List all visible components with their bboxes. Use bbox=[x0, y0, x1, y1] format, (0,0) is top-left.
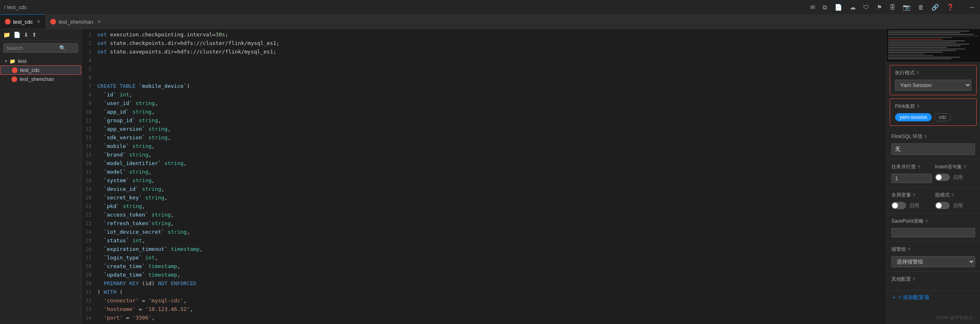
other-config-info-icon[interactable]: ? bbox=[913, 277, 915, 282]
alert-group-select[interactable]: 选择报警组 bbox=[891, 256, 975, 267]
task-parallelism-info-icon[interactable]: ? bbox=[917, 165, 920, 170]
code-line-33: 33 'hostname' = '10.123.46.52', bbox=[82, 305, 886, 314]
batch-mode-col: 批模式 ? 启用 bbox=[935, 192, 976, 209]
batch-mode-info-icon[interactable]: ? bbox=[951, 193, 954, 198]
code-line-24: 24 `iot_device_secret` string, bbox=[82, 228, 886, 237]
flag-icon[interactable]: ⚑ bbox=[875, 3, 884, 12]
savepoint-section: SavePoint策略 ? bbox=[886, 214, 980, 242]
code-line-26: 26 `expiration_timeout` timestamp, bbox=[82, 245, 886, 254]
file-label-test-shenchan: test_shenchan bbox=[20, 76, 54, 82]
file-text-icon[interactable]: 📄 bbox=[833, 3, 844, 12]
code-line-30: 30 PRIMARY KEY (id) NOT ENFORCED bbox=[82, 279, 886, 288]
execution-mode-section: 执行模式 ? Yarn Session bbox=[890, 65, 977, 95]
code-line-3: 3 set state.savepoints.dir=hdfs://cluste… bbox=[82, 48, 886, 56]
code-line-13: 13 `sdk_version` string, bbox=[82, 134, 886, 142]
code-line-23: 23 `refresh_token`string, bbox=[82, 219, 886, 228]
tree-file-test-cdc[interactable]: test_cdc bbox=[0, 65, 81, 75]
tab-label-test-cdc: test_cdc bbox=[13, 19, 33, 25]
breadcrumb-area: / test_cdc bbox=[4, 4, 27, 10]
other-config-section: 其他配置 ? bbox=[886, 272, 980, 290]
savepoint-label: SavePoint策略 bbox=[891, 218, 924, 225]
code-line-22: 22 `access_token` string, bbox=[82, 211, 886, 219]
task-parallelism-input[interactable] bbox=[891, 174, 932, 183]
cluster-tag-yarn-session[interactable]: yarn-session bbox=[895, 113, 932, 121]
code-line-21: 21 `pkd` string, bbox=[82, 202, 886, 211]
parallelism-section: 任务并行度 ? Insert语句集 ? 启用 bbox=[886, 159, 980, 188]
insert-sentence-toggle[interactable] bbox=[935, 174, 950, 181]
code-line-28: 28 `create_time` timestamp, bbox=[82, 262, 886, 271]
flinksql-env-label: FlinkSQL 环境 bbox=[891, 133, 922, 140]
top-toolbar: / test_cdc ✉ ⧉ 📄 ☁ 🛡 ⚑ 🗄 📷 🗑 🔗 ❓ ─ bbox=[0, 0, 980, 15]
savepoint-title: SavePoint策略 ? bbox=[891, 218, 975, 225]
alert-group-section: 报警组 ? 选择报警组 bbox=[886, 242, 980, 272]
file-icon-test-shenchan bbox=[11, 76, 17, 82]
tab-test-cdc[interactable]: test_cdc ✕ bbox=[0, 14, 45, 29]
folder-icon: 📁 bbox=[9, 58, 16, 64]
flink-cluster-label: Flink集群 bbox=[895, 103, 915, 110]
new-file-icon[interactable]: 📄 bbox=[13, 31, 20, 38]
parallelism-insert-row: 任务并行度 ? Insert语句集 ? 启用 bbox=[891, 163, 975, 183]
copy-icon[interactable]: ⧉ bbox=[821, 3, 829, 12]
code-line-29: 29 `update_time` timestamp, bbox=[82, 271, 886, 279]
shield-icon[interactable]: 🛡 bbox=[862, 3, 871, 11]
sidebar: 📁 📄 ⬇ ⬆ 🔍 ▾ 📁 test test_cdc test_shencha… bbox=[0, 29, 82, 324]
code-line-5: 5 bbox=[82, 65, 886, 74]
cloud-icon[interactable]: ☁ bbox=[848, 3, 857, 12]
camera-icon[interactable]: 📷 bbox=[901, 3, 912, 12]
mail-icon[interactable]: ✉ bbox=[808, 3, 817, 12]
tab-close-test-shenchan[interactable]: ✕ bbox=[97, 19, 101, 25]
code-line-31: 31 ) WITH ( bbox=[82, 288, 886, 297]
savepoint-input[interactable] bbox=[891, 228, 975, 237]
upload-icon[interactable]: ⬆ bbox=[32, 31, 37, 38]
code-line-1: 1 set execution.checkpointing.interval=3… bbox=[82, 31, 886, 39]
batch-mode-toggle-row: 启用 bbox=[935, 202, 976, 209]
batch-mode-toggle-label: 启用 bbox=[953, 202, 963, 209]
alert-group-info-icon[interactable]: ? bbox=[908, 247, 910, 252]
tab-test-shenchan[interactable]: test_shenchan ✕ bbox=[45, 14, 106, 29]
execution-mode-info-icon[interactable]: ? bbox=[916, 71, 919, 76]
minimize-icon[interactable]: ─ bbox=[968, 3, 976, 11]
global-vars-toggle-label: 启用 bbox=[909, 202, 919, 209]
tab-label-test-shenchan: test_shenchan bbox=[58, 19, 93, 25]
flink-cluster-info-icon[interactable]: ? bbox=[917, 104, 919, 109]
new-folder-icon[interactable]: 📁 bbox=[3, 31, 10, 38]
code-line-19: 19 `device_id` string, bbox=[82, 185, 886, 194]
tree-folder-test[interactable]: ▾ 📁 test bbox=[0, 57, 81, 65]
global-batch-section: 全局变量 ? 启用 批模式 ? bbox=[886, 188, 980, 214]
savepoint-info-icon[interactable]: ? bbox=[925, 219, 928, 224]
help-icon[interactable]: ❓ bbox=[945, 3, 956, 12]
insert-sentence-toggle-label: 启用 bbox=[953, 174, 963, 181]
execution-mode-select[interactable]: Yarn Session bbox=[895, 80, 971, 91]
file-tree: ▾ 📁 test test_cdc test_shenchan bbox=[0, 55, 81, 324]
download-icon[interactable]: ⬇ bbox=[24, 31, 29, 38]
cluster-tag-cdc[interactable]: cdc bbox=[934, 113, 951, 121]
code-line-32: 32 'connector' = 'mysql-cdc', bbox=[82, 297, 886, 305]
main-area: 📁 📄 ⬇ ⬆ 🔍 ▾ 📁 test test_cdc test_shencha… bbox=[0, 29, 980, 324]
plus-icon: ＋ bbox=[891, 294, 897, 301]
trash-icon[interactable]: 🗑 bbox=[916, 3, 926, 11]
global-vars-col: 全局变量 ? 启用 bbox=[891, 192, 932, 209]
tab-close-test-cdc[interactable]: ✕ bbox=[37, 19, 40, 25]
code-line-34: 34 'port' = '3306', bbox=[82, 314, 886, 322]
code-line-4: 4 bbox=[82, 56, 886, 65]
link-icon[interactable]: 🔗 bbox=[930, 3, 941, 12]
batch-mode-title: 批模式 ? bbox=[935, 192, 976, 199]
search-input[interactable] bbox=[6, 45, 59, 51]
code-editor[interactable]: 1 set execution.checkpointing.interval=3… bbox=[82, 29, 886, 324]
batch-mode-toggle[interactable] bbox=[935, 202, 950, 209]
database-icon[interactable]: 🗄 bbox=[888, 3, 897, 11]
global-vars-toggle[interactable] bbox=[891, 202, 906, 209]
insert-sentence-info-icon[interactable]: ? bbox=[964, 165, 966, 170]
code-line-12: 12 `app_version` string, bbox=[82, 125, 886, 134]
watermark: CSDN @宇智波云~ bbox=[936, 315, 975, 321]
global-vars-title: 全局变量 ? bbox=[891, 192, 932, 199]
code-line-2: 2 set state.checkpoints.dir=hdfs://clust… bbox=[82, 39, 886, 48]
flinksql-env-info-icon[interactable]: ? bbox=[924, 134, 926, 139]
search-box: 🔍 bbox=[3, 43, 78, 53]
insert-sentence-title: Insert语句集 ? bbox=[935, 163, 976, 170]
insert-sentence-toggle-row: 启用 bbox=[935, 174, 976, 181]
global-vars-info-icon[interactable]: ? bbox=[913, 193, 915, 198]
tab-bar: test_cdc ✕ test_shenchan ✕ bbox=[0, 15, 980, 29]
tree-file-test-shenchan[interactable]: test_shenchan bbox=[0, 75, 81, 83]
add-config-button[interactable]: ＋ + 添加配置项 bbox=[886, 290, 980, 304]
